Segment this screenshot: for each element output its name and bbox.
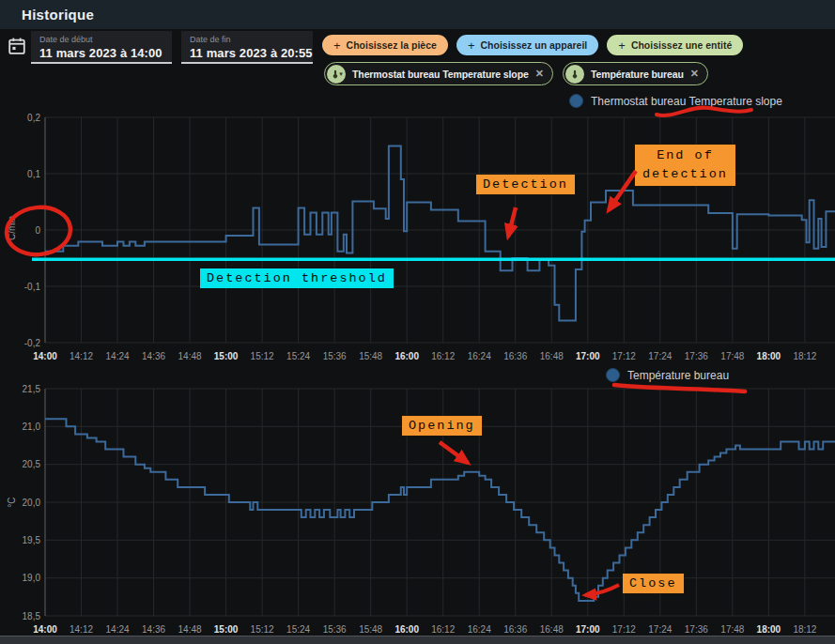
horizontal-scrollbar[interactable] [0, 636, 835, 644]
svg-text:17:12: 17:12 [612, 624, 636, 635]
date-start-field[interactable]: Date de début 11 mars 2023 à 14:00 [31, 31, 172, 64]
svg-text:-0,2: -0,2 [24, 338, 41, 348]
svg-text:17:48: 17:48 [720, 351, 744, 361]
app-header: Historique [0, 0, 835, 29]
svg-text:17:24: 17:24 [648, 624, 672, 635]
detection-arrow [508, 207, 516, 237]
svg-text:16:12: 16:12 [431, 351, 455, 361]
picker-button-2[interactable]: +Choisissez une entité [607, 35, 743, 55]
svg-text:14:12: 14:12 [70, 351, 93, 361]
svg-text:16:24: 16:24 [468, 351, 491, 361]
svg-text:18:00: 18:00 [757, 624, 781, 635]
thermometer-chevron-icon: ▾ [327, 65, 346, 84]
svg-text:21,0: 21,0 [23, 422, 41, 432]
svg-text:14:00: 14:00 [33, 351, 57, 361]
picker-button-0[interactable]: +Choisissez la pièce [322, 35, 448, 55]
plus-icon: + [618, 39, 626, 52]
svg-text:14:24: 14:24 [106, 624, 130, 635]
legend-temperature-slope[interactable]: Thermostat bureau Temperature slope [569, 94, 782, 108]
date-start-label: Date de début [31, 31, 172, 44]
red-circle-zero-axis [5, 205, 73, 258]
svg-text:15:00: 15:00 [214, 351, 239, 361]
svg-text:°C/min: °C/min [7, 216, 17, 244]
svg-text:-0,1: -0,1 [24, 282, 41, 292]
svg-text:15:12: 15:12 [251, 351, 274, 361]
svg-text:17:12: 17:12 [612, 351, 636, 361]
svg-text:17:24: 17:24 [648, 351, 672, 361]
svg-text:20,5: 20,5 [23, 459, 41, 469]
thermometer-icon [565, 65, 584, 84]
svg-text:15:00: 15:00 [214, 624, 239, 635]
series-color-dot [606, 368, 620, 382]
svg-text:15:12: 15:12 [251, 624, 274, 635]
svg-text:18:12: 18:12 [793, 624, 816, 635]
svg-text:19,0: 19,0 [23, 573, 41, 583]
legend-temperature-bureau[interactable]: Température bureau [606, 368, 729, 382]
calendar-icon-glyph [7, 36, 27, 56]
plus-icon: + [468, 39, 475, 52]
picker-button-1[interactable]: +Choisissez un appareil [456, 35, 598, 55]
svg-text:15:48: 15:48 [359, 351, 382, 361]
date-end-field[interactable]: Date de fin 11 mars 2023 à 20:55 [181, 31, 313, 64]
page-title: Historique [22, 7, 94, 23]
annotation-detection: Detection [476, 175, 575, 194]
svg-text:0: 0 [35, 225, 40, 236]
svg-text:16:48: 16:48 [540, 351, 564, 361]
end-of-detection-arrow [609, 171, 636, 210]
legend-label: Thermostat bureau Temperature slope [591, 95, 782, 108]
svg-text:16:00: 16:00 [394, 351, 419, 361]
svg-text:15:36: 15:36 [323, 351, 347, 361]
annotation-close: Close [623, 574, 684, 593]
svg-text:15:24: 15:24 [286, 351, 310, 361]
svg-text:0,2: 0,2 [27, 113, 40, 123]
svg-text:21,5: 21,5 [23, 384, 41, 394]
svg-text:15:48: 15:48 [359, 624, 382, 635]
svg-text:15:24: 15:24 [286, 624, 310, 635]
history-page: Historique Date de début 11 mars 2023 à … [0, 0, 835, 644]
close-icon[interactable]: ✕ [690, 68, 699, 80]
red-underline-legend-2 [614, 385, 745, 391]
close-arrow [585, 585, 619, 595]
svg-text:18:00: 18:00 [757, 351, 781, 361]
svg-text:17:36: 17:36 [685, 351, 708, 361]
annotation-end-of-detection: End of detection [635, 145, 735, 186]
svg-text:14:24: 14:24 [106, 351, 130, 361]
entity-chips-row: ▾Thermostat bureau Temperature slope✕Tem… [324, 62, 708, 85]
svg-text:14:48: 14:48 [178, 351, 202, 361]
svg-text:°C: °C [7, 497, 17, 507]
series-color-dot [569, 94, 583, 108]
svg-text:16:00: 16:00 [394, 624, 419, 635]
svg-text:14:12: 14:12 [70, 624, 93, 635]
chart-1-series-0[interactable] [45, 419, 835, 601]
svg-text:16:36: 16:36 [503, 624, 527, 635]
svg-text:16:12: 16:12 [431, 624, 455, 635]
red-underline-legend-1 [657, 108, 751, 115]
entity-chip-1[interactable]: Température bureau✕ [563, 62, 708, 85]
annotation-end-line2: detection [642, 167, 728, 181]
svg-text:0,1: 0,1 [27, 169, 40, 179]
svg-text:16:24: 16:24 [468, 624, 491, 635]
svg-text:17:00: 17:00 [576, 351, 600, 361]
svg-text:17:48: 17:48 [720, 624, 744, 635]
close-icon[interactable]: ✕ [535, 68, 544, 80]
annotation-detection-threshold: Detection threshold [200, 268, 394, 288]
entity-chip-0[interactable]: ▾Thermostat bureau Temperature slope✕ [324, 62, 553, 85]
date-start-value: 11 mars 2023 à 14:00 [31, 44, 172, 60]
svg-text:14:36: 14:36 [142, 624, 165, 635]
svg-text:17:00: 17:00 [576, 624, 600, 635]
svg-text:18:12: 18:12 [793, 351, 816, 361]
calendar-icon[interactable] [7, 36, 27, 56]
svg-text:20,0: 20,0 [23, 498, 41, 508]
date-end-label: Date de fin [181, 31, 313, 44]
plus-icon: + [333, 39, 341, 52]
svg-text:18,5: 18,5 [23, 611, 41, 621]
svg-text:14:36: 14:36 [142, 351, 165, 361]
picker-button-label: Choisissez une entité [631, 39, 732, 51]
picker-button-label: Choisissez un appareil [480, 39, 587, 51]
svg-text:15:36: 15:36 [323, 624, 347, 635]
chip-label: Thermostat bureau Temperature slope [352, 69, 529, 80]
svg-text:19,5: 19,5 [23, 535, 41, 545]
picker-button-label: Choisissez la pièce [347, 39, 437, 51]
svg-text:14:00: 14:00 [33, 624, 57, 635]
svg-text:16:36: 16:36 [503, 351, 527, 361]
